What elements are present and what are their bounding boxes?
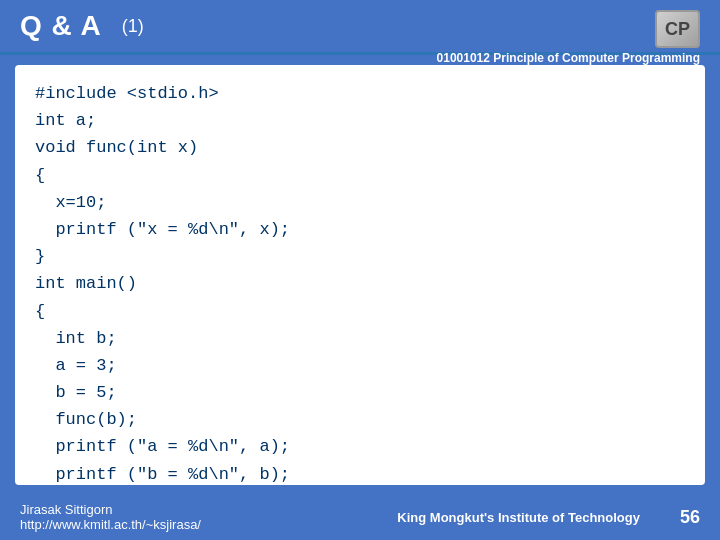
author-name: Jirasak Sittigorn (20, 502, 201, 517)
code-line: printf ("a = %d\n", a); (35, 433, 685, 460)
code-line: int main() (35, 270, 685, 297)
course-code: 01001012 (437, 51, 490, 65)
logo-box: CP (655, 10, 700, 48)
code-block: #include <stdio.h>int a;void func(int x)… (35, 80, 685, 485)
page-title: Q & A (20, 10, 102, 42)
author-url: http://www.kmitl.ac.th/~ksjirasa/ (20, 517, 201, 532)
code-line: func(b); (35, 406, 685, 433)
page-number: 56 (680, 507, 700, 528)
code-line: #include <stdio.h> (35, 80, 685, 107)
code-line: printf ("b = %d\n", b); (35, 461, 685, 485)
footer-right: King Mongkut's Institute of Technology 5… (397, 507, 700, 528)
code-line: void func(int x) (35, 134, 685, 161)
code-line: b = 5; (35, 379, 685, 406)
code-line: x=10; (35, 189, 685, 216)
institute-name: King Mongkut's Institute of Technology (397, 510, 640, 525)
course-name-span: Principle of Computer Programming (493, 51, 700, 65)
code-line: { (35, 298, 685, 325)
code-line: int a; (35, 107, 685, 134)
course-label: 01001012 Principle of Computer Programmi… (437, 51, 700, 65)
code-line: } (35, 243, 685, 270)
code-line: { (35, 162, 685, 189)
code-line: printf ("x = %d\n", x); (35, 216, 685, 243)
footer-left: Jirasak Sittigorn http://www.kmitl.ac.th… (20, 502, 201, 532)
footer: Jirasak Sittigorn http://www.kmitl.ac.th… (0, 502, 720, 532)
code-line: a = 3; (35, 352, 685, 379)
slide-number: (1) (122, 16, 144, 37)
content-area: #include <stdio.h>int a;void func(int x)… (15, 65, 705, 485)
logo-text: CP (665, 19, 690, 40)
header: Q & A (1) CP 01001012 Principle of Compu… (0, 0, 720, 52)
header-right: CP 01001012 Principle of Computer Progra… (437, 10, 700, 65)
code-line: int b; (35, 325, 685, 352)
